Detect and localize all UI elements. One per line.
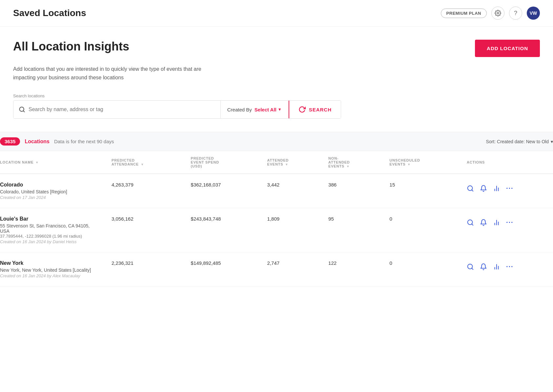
count-badge: 3635 (0, 137, 20, 146)
location-coords: 37.7895444, -122.3996028 (1.96 mi radius… (0, 234, 98, 239)
avatar[interactable]: VW (527, 7, 540, 20)
search-section: Search locations Created By Select All ▼ (13, 93, 540, 119)
bell-action-icon[interactable] (480, 219, 487, 226)
search-action-icon[interactable] (467, 185, 474, 192)
location-created: Created on 16 Jan 2024 by Alex Macaulay (0, 273, 98, 278)
header: Saved Locations PREMIUM PLAN ? VW (0, 0, 553, 27)
results-left: 3635 Locations Data is for the next 90 d… (0, 137, 114, 146)
col-actions: ACTIONS (460, 151, 553, 174)
cell-non-attended-events: 122 (322, 252, 383, 286)
page-heading: All Location Insights (13, 40, 129, 53)
created-by-label: Created By (227, 107, 252, 112)
sort-arrow-icon[interactable]: ▾ (141, 163, 143, 166)
location-name: Louie's Bar (0, 216, 98, 222)
col-location-name: LOCATION NAME ▾ (0, 151, 105, 174)
bell-action-icon[interactable] (480, 263, 487, 270)
cell-attended-events: 1,809 (261, 208, 322, 252)
cell-actions: ··· (460, 208, 553, 252)
search-button[interactable]: SEARCH (289, 101, 341, 118)
table-row: Louie's Bar 55 Stevenson St, San Francis… (0, 208, 553, 252)
col-non-attended-events: NON-ATTENDEDEVENTS ▾ (322, 151, 383, 174)
svg-point-0 (497, 12, 499, 14)
col-predicted-event-spend: PREDICTEDEVENT SPEND(USD) (184, 151, 261, 174)
cell-attended-events: 2,747 (261, 252, 322, 286)
results-bar: 3635 Locations Data is for the next 90 d… (0, 132, 553, 151)
chevron-down-icon: ▼ (278, 107, 282, 112)
premium-badge: PREMIUM PLAN (441, 9, 487, 18)
sort-section: Sort: Created date: New to Old ▾ (486, 139, 553, 144)
search-row: Created By Select All ▼ SEARCH (13, 100, 341, 119)
location-created: Created on 16 Jan 2024 by Daniel Heiss (0, 239, 98, 244)
location-address: Colorado, United States [Region] (0, 189, 98, 194)
page-title: Saved Locations (13, 8, 86, 18)
bell-action-icon[interactable] (480, 185, 487, 192)
svg-line-4 (472, 190, 473, 191)
locations-label: Locations (25, 139, 50, 145)
chart-action-icon[interactable] (493, 219, 500, 226)
table-row: Colorado Colorado, United States [Region… (0, 174, 553, 208)
table-header-row: LOCATION NAME ▾ PREDICTEDATTENDANCE ▾ PR… (0, 151, 553, 174)
search-icon (19, 106, 25, 113)
page-header-row: All Location Insights ADD LOCATION (13, 40, 540, 57)
settings-icon[interactable] (491, 7, 504, 20)
search-action-icon[interactable] (467, 219, 474, 226)
actions-cell: ··· (467, 260, 553, 270)
cell-predicted-attendance: 2,236,321 (105, 252, 184, 286)
table-row: New York New York, New York, United Stat… (0, 252, 553, 286)
cell-actions: ··· (460, 252, 553, 286)
sort-label: Sort: Created date: New to Old (486, 139, 549, 144)
cell-predicted-attendance: 3,056,162 (105, 208, 184, 252)
table-wrapper: LOCATION NAME ▾ PREDICTEDATTENDANCE ▾ PR… (0, 151, 553, 286)
cell-non-attended-events: 386 (322, 174, 383, 208)
location-name: Colorado (0, 182, 98, 188)
more-actions-icon[interactable]: ··· (506, 219, 514, 226)
cell-predicted-spend: $149,892,485 (184, 252, 261, 286)
locations-table: LOCATION NAME ▾ PREDICTEDATTENDANCE ▾ PR… (0, 151, 553, 286)
sort-arrow-icon[interactable]: ▾ (408, 163, 410, 166)
svg-line-9 (472, 224, 473, 225)
col-predicted-attendance: PREDICTEDATTENDANCE ▾ (105, 151, 184, 174)
svg-line-14 (472, 268, 473, 269)
chart-action-icon[interactable] (493, 263, 500, 270)
location-created: Created on 17 Jan 2024 (0, 195, 98, 200)
col-attended-events: ATTENDEDEVENTS ▾ (261, 151, 322, 174)
cell-actions: ··· (460, 174, 553, 208)
search-action-icon[interactable] (467, 263, 474, 270)
cell-location-name: Louie's Bar 55 Stevenson St, San Francis… (0, 208, 105, 252)
sort-arrow-icon[interactable]: ▾ (347, 165, 349, 168)
help-icon[interactable]: ? (509, 7, 522, 20)
cell-attended-events: 3,442 (261, 174, 322, 208)
svg-line-2 (23, 111, 25, 112)
refresh-search-icon (298, 106, 306, 113)
search-input-wrapper (13, 101, 220, 118)
main-content: All Location Insights ADD LOCATION Add l… (0, 27, 553, 119)
cell-predicted-spend: $362,168,037 (184, 174, 261, 208)
actions-cell: ··· (467, 182, 553, 192)
cell-unscheduled-events: 0 (383, 252, 460, 286)
search-input[interactable] (29, 107, 215, 112)
sort-arrow-icon[interactable]: ▾ (286, 163, 288, 166)
created-by-section: Created By Select All ▼ (221, 101, 288, 118)
location-address: New York, New York, United States [Local… (0, 267, 98, 273)
sort-arrow-icon[interactable]: ▾ (36, 161, 38, 164)
chart-action-icon[interactable] (493, 185, 500, 192)
search-label: Search locations (13, 93, 540, 98)
add-location-button[interactable]: ADD LOCATION (475, 40, 540, 57)
cell-predicted-spend: $243,843,748 (184, 208, 261, 252)
more-actions-icon[interactable]: ··· (506, 263, 514, 270)
sort-chevron-icon[interactable]: ▾ (551, 139, 553, 144)
cell-location-name: Colorado Colorado, United States [Region… (0, 174, 105, 208)
data-note: Data is for the next 90 days (54, 139, 114, 144)
location-address: 55 Stevenson St, San Francisco, CA 94105… (0, 223, 98, 234)
cell-location-name: New York New York, New York, United Stat… (0, 252, 105, 286)
more-actions-icon[interactable]: ··· (506, 185, 514, 192)
header-right: PREMIUM PLAN ? VW (441, 7, 540, 20)
select-all-button[interactable]: Select All ▼ (255, 107, 282, 112)
cell-unscheduled-events: 0 (383, 208, 460, 252)
actions-cell: ··· (467, 216, 553, 226)
subtitle: Add locations that you are interested in… (13, 65, 243, 82)
col-unscheduled-events: UNSCHEDULEDEVENTS ▾ (383, 151, 460, 174)
cell-non-attended-events: 95 (322, 208, 383, 252)
cell-unscheduled-events: 15 (383, 174, 460, 208)
cell-predicted-attendance: 4,263,379 (105, 174, 184, 208)
